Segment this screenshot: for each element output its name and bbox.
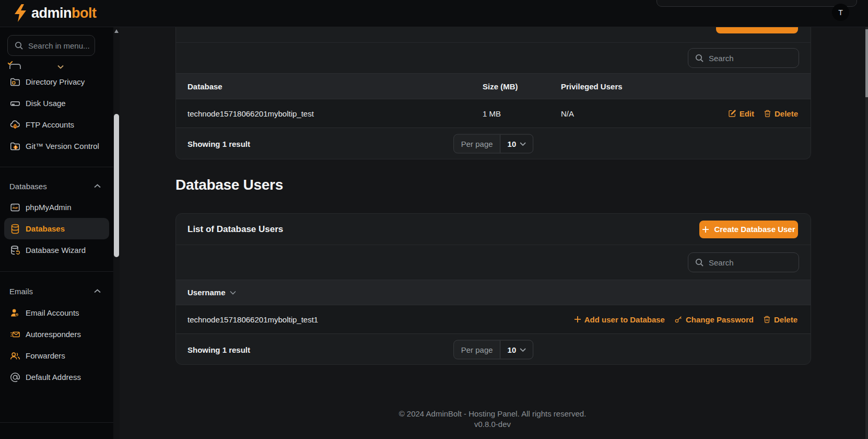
sidebar-item-label: Databases xyxy=(26,224,65,233)
users-card-header: List of Database Users Create Database U… xyxy=(176,214,811,245)
sidebar-item-directory-privacy[interactable]: Directory Privacy xyxy=(0,71,113,93)
sidebar-section-databases[interactable]: Databases xyxy=(0,177,113,195)
column-privileged-users: Privileged Users xyxy=(561,82,798,91)
page-title: Database Users xyxy=(175,177,283,193)
logo-text: adminbolt xyxy=(31,5,97,21)
change-password-button[interactable]: Change Password xyxy=(674,315,754,324)
sidebar-scrollbar[interactable] xyxy=(113,27,120,439)
sidebar-item-disk-usage[interactable]: Disk Usage xyxy=(0,93,113,114)
add-user-to-database-button[interactable]: Add user to Database xyxy=(574,315,665,324)
username-value: technode15718066201myboltip_test1 xyxy=(187,315,318,324)
per-page-select[interactable]: 10 xyxy=(501,341,533,359)
column-size: Size (MB) xyxy=(483,82,561,91)
svg-text:PHP: PHP xyxy=(13,207,18,210)
per-page-control[interactable]: Per page 10 xyxy=(453,134,534,154)
copyright-text: © 2024 AdminBolt - Hosting Panel. All ri… xyxy=(120,409,865,419)
database-name: technode15718066201myboltip_test xyxy=(187,109,483,118)
database-icon xyxy=(9,223,21,235)
users-card-title: List of Database Users xyxy=(187,224,283,235)
avatar[interactable]: T xyxy=(832,4,849,21)
database-users-card: List of Database Users Create Database U… xyxy=(175,213,811,365)
column-username[interactable]: Username xyxy=(187,288,226,297)
delete-button[interactable]: Delete xyxy=(764,109,798,118)
sidebar-item-forwarders[interactable]: Forwarders xyxy=(0,345,113,366)
search-icon xyxy=(14,41,24,50)
privileged-users-value: N/A xyxy=(561,109,728,118)
search-icon xyxy=(695,258,704,267)
sidebar-item-default-address[interactable]: Default Address xyxy=(0,366,113,388)
page-footer: © 2024 AdminBolt - Hosting Panel. All ri… xyxy=(120,409,865,430)
per-page-label: Per page xyxy=(454,341,501,359)
trash-icon xyxy=(764,109,771,118)
databases-search-input[interactable] xyxy=(709,54,813,63)
sidebar-item-partial[interactable] xyxy=(0,56,113,71)
sort-chevron-icon[interactable] xyxy=(230,291,236,295)
cloud-ftp-icon: FTP xyxy=(9,119,21,131)
section-label: Emails xyxy=(9,287,33,296)
users-icon xyxy=(9,350,21,362)
databases-card-footer: Showing 1 result Per page 10 xyxy=(176,128,811,159)
database-refresh-icon xyxy=(9,245,21,256)
table-row: technode15718066201myboltip_test1 Add us… xyxy=(176,305,811,334)
svg-text:FTP: FTP xyxy=(13,125,17,128)
key-icon xyxy=(674,315,683,324)
search-icon xyxy=(695,53,704,63)
sidebar-item-label: Forwarders xyxy=(26,351,65,360)
per-page-control[interactable]: Per page 10 xyxy=(453,340,534,360)
per-page-select[interactable]: 10 xyxy=(501,135,533,153)
sidebar-item-database-wizard[interactable]: Database Wizard xyxy=(0,239,113,261)
sidebar-section-emails[interactable]: Emails xyxy=(0,282,113,301)
sidebar-item-phpmyadmin[interactable]: PHP phpMyAdmin xyxy=(0,197,113,218)
plus-icon xyxy=(574,316,581,323)
git-folder-icon xyxy=(9,141,21,152)
sidebar-item-label: Disk Usage xyxy=(26,99,66,108)
databases-card: Database Size (MB) Privileged Users tech… xyxy=(175,27,811,159)
edit-icon xyxy=(728,109,736,118)
sidebar-search[interactable] xyxy=(7,35,95,56)
showing-results: Showing 1 result xyxy=(187,140,250,148)
topbar-search-input[interactable] xyxy=(656,0,857,7)
users-search[interactable] xyxy=(688,252,799,272)
logo[interactable]: adminbolt xyxy=(14,4,97,22)
plus-icon xyxy=(702,226,709,233)
table-row: technode15718066201myboltip_test 1 MB N/… xyxy=(176,99,811,128)
databases-search-row xyxy=(176,43,811,73)
sidebar-item-ftp-accounts[interactable]: FTP FTP Accounts xyxy=(0,114,113,135)
sidebar-item-label: Directory Privacy xyxy=(26,77,85,86)
create-database-user-button[interactable]: Create Database User xyxy=(699,221,798,238)
hard-drive-icon xyxy=(9,98,21,109)
divider xyxy=(0,422,113,423)
databases-table-header: Database Size (MB) Privileged Users xyxy=(176,73,811,99)
users-card-footer: Showing 1 result Per page 10 xyxy=(176,334,811,365)
delete-user-button[interactable]: Delete xyxy=(763,315,797,324)
users-search-row xyxy=(176,245,811,280)
sidebar-item-label: phpMyAdmin xyxy=(26,203,72,212)
edit-button[interactable]: Edit xyxy=(728,109,754,118)
sidebar-item-label: Autoresponders xyxy=(26,330,81,339)
folder-lock-icon xyxy=(9,76,21,88)
sidebar-item-email-accounts[interactable]: Email Accounts xyxy=(0,302,113,324)
database-size: 1 MB xyxy=(483,109,561,118)
users-search-input[interactable] xyxy=(709,258,813,267)
sidebar: Directory Privacy Disk Usage FTP FTP Acc… xyxy=(0,27,113,439)
create-database-button-cut[interactable] xyxy=(716,27,798,33)
at-sign-icon xyxy=(9,372,21,383)
trash-icon xyxy=(763,315,771,324)
bolt-icon xyxy=(14,4,27,22)
sidebar-scrollbar-thumb[interactable] xyxy=(114,114,119,257)
chevron-up-icon xyxy=(94,184,101,188)
page-scrollbar-thumb[interactable] xyxy=(865,29,868,97)
databases-search[interactable] xyxy=(688,48,799,68)
version-text: v0.8.0-dev xyxy=(120,419,865,430)
divider xyxy=(0,271,113,272)
sidebar-item-databases[interactable]: Databases xyxy=(4,218,109,239)
sidebar-item-git-version-control[interactable]: Git™ Version Control xyxy=(0,135,113,157)
sidebar-item-autoresponders[interactable]: Autoresponders xyxy=(0,324,113,345)
divider xyxy=(0,167,113,167)
users-table-header: Username xyxy=(176,280,811,305)
page-scrollbar[interactable] xyxy=(865,27,868,439)
sidebar-item-label: Email Accounts xyxy=(26,308,79,317)
databases-card-header-remnant xyxy=(176,27,811,43)
scroll-up-arrow[interactable] xyxy=(114,29,119,33)
sidebar-item-label: Git™ Version Control xyxy=(26,142,99,151)
